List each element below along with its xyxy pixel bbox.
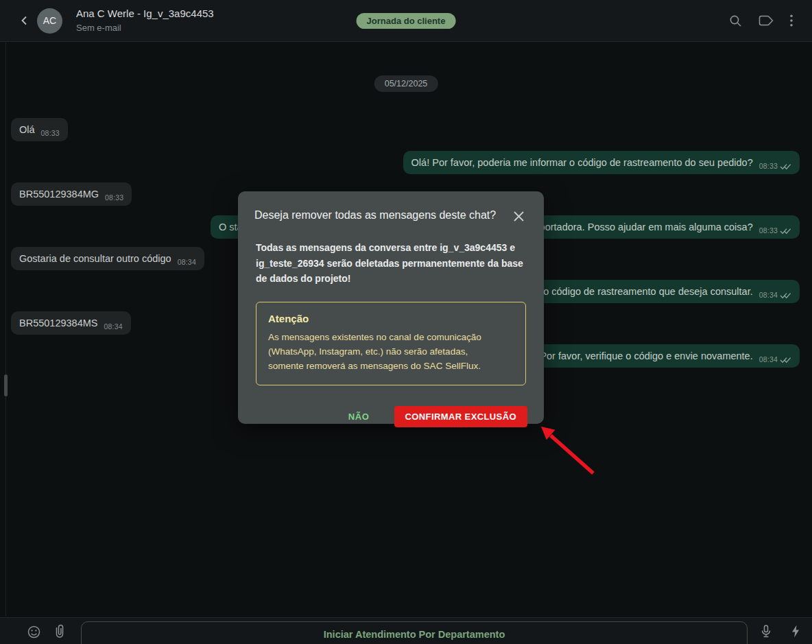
start-service-label: Iniciar Atendimento Por Departamento <box>324 629 505 644</box>
message-time: 08:34 <box>104 322 122 331</box>
microphone-icon <box>760 625 772 639</box>
quick-actions-button[interactable] <box>791 625 800 638</box>
search-button[interactable] <box>729 14 742 27</box>
incoming-message: BR550129384MS 08:34 <box>11 311 131 335</box>
double-check-icon <box>780 227 791 235</box>
dialog-actions: NÃO CONFIRMAR EXCLUSÃO <box>254 406 527 427</box>
avatar[interactable]: AC <box>37 8 62 34</box>
message-text: o. Por favor, verifique o código e envie… <box>529 350 752 361</box>
warning-box: Atenção As mensagens existentes no canal… <box>256 302 526 385</box>
more-options-button[interactable] <box>790 14 793 27</box>
incoming-message: Gostaria de consultar outro código 08:34 <box>11 247 204 270</box>
delete-confirmation-dialog: Deseja remover todas as mensagens deste … <box>238 191 544 424</box>
message-time: 08:34 <box>759 291 778 299</box>
cancel-button[interactable]: NÃO <box>344 411 374 422</box>
kebab-menu-icon <box>790 14 793 27</box>
back-button[interactable] <box>18 14 32 27</box>
contact-identity: Ana C Werle - Ig_v_3a9c4453 Sem e-mail <box>76 8 214 34</box>
search-icon <box>729 14 742 27</box>
emoji-button[interactable] <box>27 625 40 639</box>
mic-button[interactable] <box>760 625 772 639</box>
dialog-body-text: Todas as mensagens da conversa entre ig_… <box>256 240 527 287</box>
outgoing-message: Olá! Por favor, poderia me informar o có… <box>403 151 800 174</box>
message-time: 08:33 <box>759 162 778 170</box>
scrollbar-thumb[interactable] <box>4 374 8 396</box>
double-check-icon <box>780 163 791 170</box>
message-text-right: sportadora. Posso ajudar em mais alguma … <box>534 222 752 232</box>
close-button[interactable] <box>512 209 526 224</box>
message-text: Olá <box>19 124 35 135</box>
double-check-icon <box>780 291 791 299</box>
annotation-arrow <box>532 420 600 481</box>
message-time: 08:34 <box>178 258 196 266</box>
incoming-message: Olá 08:33 <box>11 118 68 141</box>
warning-text: As mensagens existentes no canal de comu… <box>268 331 494 374</box>
smiley-icon <box>27 625 40 639</box>
message-text: e o código de rastreamento que deseja co… <box>535 286 753 297</box>
confirm-delete-button[interactable]: CONFIRMAR EXCLUSÃO <box>394 406 527 427</box>
message-time: 08:33 <box>41 129 60 137</box>
contact-email-status: Sem e-mail <box>76 23 214 34</box>
message-text: BR550129384MG <box>19 189 99 200</box>
message-time: 08:33 <box>759 226 778 235</box>
double-check-icon <box>780 356 791 363</box>
lightning-icon <box>791 625 800 638</box>
close-icon <box>513 211 525 222</box>
dialog-title: Deseja remover todas as mensagens deste … <box>254 209 512 222</box>
warning-title: Atenção <box>268 313 514 324</box>
journey-badge[interactable]: Jornada do cliente <box>357 13 456 29</box>
tag-icon <box>759 15 774 26</box>
attach-button[interactable] <box>55 624 64 639</box>
tag-button[interactable] <box>759 15 774 26</box>
date-separator: 05/12/2025 <box>374 75 438 92</box>
contact-name: Ana C Werle - Ig_v_3a9c4453 <box>76 8 214 21</box>
message-time: 08:33 <box>105 193 123 202</box>
paperclip-icon <box>55 624 64 639</box>
message-time: 08:34 <box>759 355 778 363</box>
composer-bar: Iniciar Atendimento Por Departamento <box>0 617 812 644</box>
chevron-left-icon <box>20 15 29 26</box>
message-text: Olá! Por favor, poderia me informar o có… <box>411 157 753 168</box>
message-text: BR550129384MS <box>19 318 97 329</box>
scrollbar-track <box>5 43 6 616</box>
incoming-message: BR550129384MG 08:33 <box>11 182 132 206</box>
start-service-button[interactable]: Iniciar Atendimento Por Departamento <box>81 621 748 644</box>
message-text: Gostaria de consultar outro código <box>19 253 171 264</box>
chat-header: AC Ana C Werle - Ig_v_3a9c4453 Sem e-mai… <box>0 0 812 42</box>
header-actions <box>729 14 812 27</box>
